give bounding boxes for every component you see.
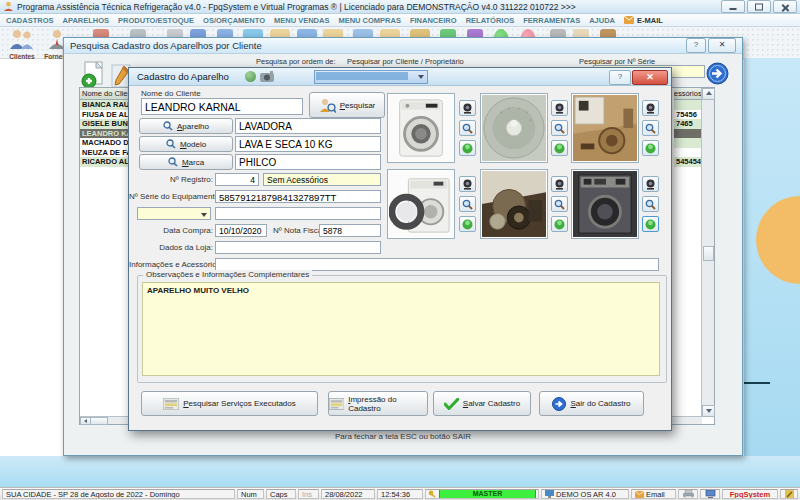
salvar-label: Salvar Cadastro xyxy=(463,399,520,408)
zoom-photo-button[interactable] xyxy=(459,120,476,136)
scroll-down-button[interactable] xyxy=(702,405,715,417)
maximize-button[interactable] xyxy=(747,0,771,13)
client-search-label: Pesquisar por Cliente / Proprietário xyxy=(347,57,464,66)
search-window-close-button[interactable]: ✕ xyxy=(708,38,736,53)
webcam-capture-button[interactable] xyxy=(551,100,568,116)
zoom-photo-button[interactable] xyxy=(551,196,568,212)
observacoes-textarea[interactable]: APARELHO MUITO VELHO xyxy=(142,282,660,376)
new-record-button[interactable] xyxy=(81,61,107,89)
extra-select[interactable] xyxy=(137,207,211,220)
search-client-button[interactable]: Pesquisar xyxy=(309,92,385,118)
marca-input[interactable]: PHILCO xyxy=(235,154,381,170)
registro-input[interactable]: 4 xyxy=(215,173,259,186)
dialog-close-button[interactable]: ✕ xyxy=(632,70,668,85)
aparelho-button-label: Aparelho xyxy=(177,122,209,131)
modelo-input[interactable]: LAVA E SECA 10 KG xyxy=(235,136,381,152)
menu-os-orcamento[interactable]: OS/ORÇAMENTO xyxy=(203,16,265,25)
pesquisar-servicos-label: Pesquisar Serviços Executados xyxy=(183,399,296,408)
search-window-title: Pesquisa Cadastro dos Aparelhos por Clie… xyxy=(70,40,686,51)
dialog-titlebar[interactable]: Cadastro do Aparelho ? ✕ xyxy=(129,68,671,86)
minimize-button[interactable] xyxy=(721,0,745,13)
load-photo-button[interactable] xyxy=(642,216,659,232)
acessorios-select[interactable]: Sem Acessórios xyxy=(263,173,381,186)
observacoes-label: Observações e Informações Complementares xyxy=(143,270,312,279)
status-network-button[interactable] xyxy=(700,489,720,499)
status-printer-button[interactable] xyxy=(678,489,698,499)
load-photo-button[interactable] xyxy=(551,216,568,232)
status-email-button[interactable]: Email xyxy=(631,489,676,499)
appliance-photo-1[interactable] xyxy=(387,93,455,163)
modelo-button[interactable]: Modelo xyxy=(139,136,233,152)
scrollbar-thumb[interactable] xyxy=(703,246,714,261)
exit-arrow-icon xyxy=(552,397,566,411)
client-name-input[interactable]: LEANDRO KARNAL xyxy=(141,98,303,115)
appliance-photo-3[interactable] xyxy=(571,93,639,163)
impressao-button[interactable]: Impressão do Cadastro xyxy=(328,391,428,416)
load-photo-button[interactable] xyxy=(642,140,659,156)
scroll-up-button[interactable] xyxy=(702,88,715,100)
scrollbar-thumb[interactable] xyxy=(90,417,108,425)
extra-input[interactable] xyxy=(215,207,381,220)
data-compra-input[interactable]: 10/10/2020 xyxy=(215,224,267,237)
menu-cadastros[interactable]: CADASTROS xyxy=(6,16,54,25)
menu-produto-estoque[interactable]: PRODUTO/ESTOQUE xyxy=(118,16,194,25)
appliance-photo-5[interactable] xyxy=(480,169,548,239)
app-icon xyxy=(3,1,14,12)
appliance-photo-6[interactable] xyxy=(571,169,639,239)
search-person-icon xyxy=(319,98,336,113)
search-window-titlebar[interactable]: Pesquisa Cadastro dos Aparelhos por Clie… xyxy=(64,38,742,54)
menu-ferramentas[interactable]: FERRAMENTAS xyxy=(523,16,580,25)
dialog-help-button[interactable]: ? xyxy=(609,70,631,85)
load-photo-button[interactable] xyxy=(459,216,476,232)
magnifier-icon xyxy=(163,121,173,131)
marca-button[interactable]: Marca xyxy=(139,154,233,170)
load-photo-button[interactable] xyxy=(459,140,476,156)
sair-button[interactable]: Sair do Cadastro xyxy=(539,391,644,416)
toolbar-clientes-button[interactable]: Clientes xyxy=(5,29,39,60)
dialog-title: Cadastro do Aparelho xyxy=(137,71,229,82)
appliance-photo-4[interactable] xyxy=(387,169,455,239)
status-date: 28/08/2022 xyxy=(321,489,375,499)
aparelho-input[interactable]: LAVADORA xyxy=(235,118,381,134)
menu-relatorios[interactable]: RELATÓRIOS xyxy=(466,16,515,25)
appliance-photo-2[interactable] xyxy=(480,93,548,163)
marca-button-label: Marca xyxy=(182,158,204,167)
menu-vendas[interactable]: MENU VENDAS xyxy=(274,16,329,25)
status-caps-lock: Caps xyxy=(266,489,296,499)
zoom-photo-button[interactable] xyxy=(551,120,568,136)
webcam-capture-button[interactable] xyxy=(642,176,659,192)
pesquisar-servicos-button[interactable]: Pesquisar Serviços Executados xyxy=(141,391,318,416)
menu-compras[interactable]: MENU COMPRAS xyxy=(338,16,401,25)
serie-input[interactable]: 58579121879841327897TT xyxy=(215,190,381,203)
status-system-button[interactable] xyxy=(780,489,798,499)
search-window-help-button[interactable]: ? xyxy=(686,38,706,53)
zoom-photo-button[interactable] xyxy=(642,196,659,212)
zoom-photo-button[interactable] xyxy=(459,196,476,212)
sun-graphic xyxy=(756,196,800,284)
menu-email[interactable]: E-MAIL xyxy=(637,16,663,25)
webcam-capture-button[interactable] xyxy=(642,100,659,116)
load-photo-button[interactable] xyxy=(551,140,568,156)
sair-label: Sair do Cadastro xyxy=(570,399,630,408)
status-bar: SUA CIDADE - SP 28 de Agosto de 2022 - D… xyxy=(0,487,800,500)
webcam-capture-button[interactable] xyxy=(459,176,476,192)
dados-loja-input[interactable] xyxy=(215,241,381,254)
grid-vertical-scrollbar[interactable] xyxy=(701,88,714,417)
webcam-capture-button[interactable] xyxy=(551,176,568,192)
menu-financeiro[interactable]: FINANCEIRO xyxy=(410,16,457,25)
printer-icon xyxy=(683,490,694,499)
salvar-button[interactable]: Salvar Cadastro xyxy=(433,391,531,416)
status-insert: Ins xyxy=(298,489,319,499)
serial-search-go-button[interactable] xyxy=(706,62,729,85)
glass-refresh-icon xyxy=(245,71,256,82)
status-master-badge: MASTER xyxy=(439,489,536,499)
email-icon xyxy=(624,16,634,24)
modelo-button-label: Modelo xyxy=(180,140,206,149)
close-button[interactable] xyxy=(773,0,797,13)
zoom-photo-button[interactable] xyxy=(642,120,659,136)
menu-ajuda[interactable]: AJUDA xyxy=(589,16,615,25)
nota-fiscal-input[interactable]: 5878 xyxy=(319,224,381,237)
webcam-capture-button[interactable] xyxy=(459,100,476,116)
menu-aparelhos[interactable]: APARELHOS xyxy=(63,16,110,25)
aparelho-button[interactable]: Aparelho xyxy=(139,118,233,134)
